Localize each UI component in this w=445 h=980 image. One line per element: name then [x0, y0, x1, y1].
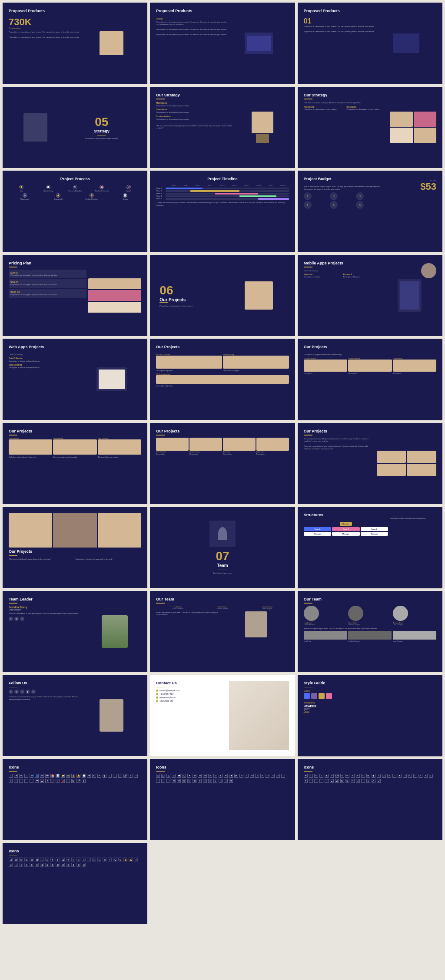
month-label: Week 4 — [204, 185, 216, 187]
social-fb[interactable]: f — [9, 617, 13, 621]
spacer-1 — [150, 843, 295, 924]
month-label: Week 7 — [241, 185, 252, 187]
proj-item-3: Astronomy Description. — [223, 438, 256, 455]
icon-search: ⌕ — [24, 774, 28, 778]
description: Proposition is a description of your con… — [9, 31, 80, 33]
slide-title: Follow Us — [9, 681, 80, 686]
social-icon-yt[interactable]: ▶ — [26, 690, 30, 694]
icon-2-4: ◇ — [172, 774, 176, 778]
dept-box-1: Team A — [304, 527, 331, 531]
slide-title: Mobile Apps Projects — [304, 261, 382, 266]
step-label: Results — [123, 198, 128, 200]
icon-4-13: ♕ — [71, 858, 75, 861]
proj-col-2: #2 Deep Learning Description. — [348, 358, 392, 375]
social-ig[interactable]: ig — [14, 617, 19, 621]
step-label: Product & Strategy — [86, 198, 98, 200]
icon-2-12: ⊙ — [213, 774, 217, 778]
icon-4-24: ✍ — [129, 858, 133, 861]
photo-3 — [98, 513, 141, 548]
icon-3-6: ⏎ — [330, 774, 334, 778]
strategy-image — [23, 113, 47, 142]
social-icon-fb[interactable]: f — [9, 690, 13, 694]
proj-image — [189, 438, 222, 451]
icon-3-29: ⁝ — [319, 779, 323, 783]
step-launch: 🚀 Launch — [116, 185, 142, 192]
proj-item-1: Data Collection — [9, 438, 52, 455]
icon-3-30: ⁞ — [325, 779, 329, 783]
gold-underline — [9, 687, 17, 688]
proj-desc: Description. — [304, 373, 347, 375]
budget-circle-1: $ — [304, 192, 312, 200]
month-label: Week 1 — [168, 185, 179, 187]
social-icon-ig[interactable]: ◎ — [14, 690, 19, 694]
icon-3-22: ▫ — [413, 774, 417, 778]
icon-4-14: ♖ — [76, 858, 80, 861]
icon-2-13: ▲ — [219, 774, 222, 778]
slide-title: Our Projects — [9, 549, 141, 554]
phase-bar — [166, 188, 203, 189]
icon-4-16: ♘ — [87, 858, 91, 861]
image2 — [414, 112, 436, 127]
gold-underline — [156, 771, 165, 772]
proj-img-4 — [407, 464, 436, 476]
stat-number: 730K — [9, 17, 80, 27]
slide-title: Icons — [9, 765, 141, 770]
icon-3-34: ⊒ — [345, 779, 349, 783]
step-icon: 📦 — [90, 193, 94, 198]
bio: There is a description of your team memb… — [9, 612, 86, 615]
proj-col-1: #1 Data Collection Description. — [304, 358, 347, 375]
icon-2-36: ∞ — [208, 779, 212, 783]
icon-4-35: ❂ — [56, 863, 60, 867]
icon-4-31: ✹ — [35, 863, 39, 867]
subtitle: Our Projects — [159, 297, 229, 302]
team-img-1 — [304, 631, 347, 640]
icon-3-26: ▾ — [304, 779, 308, 783]
icon-2-18: ⇧ — [245, 774, 249, 778]
product-image — [100, 31, 123, 55]
slide-title: Structures — [304, 513, 388, 518]
feature-desc: Proposition is a description of your con… — [304, 108, 345, 111]
feature-advertising: Advertising Proposition is a description… — [304, 106, 345, 111]
month-label: Week 5 — [216, 185, 228, 187]
number: 05 — [62, 115, 141, 129]
icon-3-37: ⊤ — [361, 779, 365, 783]
gold-underline — [304, 15, 312, 16]
slide-our-projects-grid2: Our Projects Description of project coll… — [298, 339, 442, 420]
step-research: 🔍 Research & Analysis — [62, 185, 88, 192]
icon-heart: ♥ — [19, 774, 23, 778]
proj-desc: Description. — [348, 373, 392, 375]
proj-item-2: Deep Learning — [53, 438, 96, 455]
icon-3-40: ⋁ — [377, 779, 381, 783]
desc: Meet a description of your team. This ca… — [156, 611, 222, 616]
icon-2-1: ◻ — [156, 774, 160, 778]
phone-screen — [400, 281, 419, 310]
team-photo — [245, 611, 267, 637]
social-icon-pin[interactable]: P — [31, 690, 36, 694]
icon-close: ✗ — [9, 779, 13, 783]
gold-underline — [218, 570, 227, 571]
slide-proposed-products-1: Proposed Products 730K Conversions Propo… — [3, 3, 147, 84]
social-icon-tw[interactable]: t — [20, 690, 24, 694]
spacer-2 — [298, 843, 442, 924]
icon-trash: 🗑 — [103, 774, 106, 778]
icon-3-1: ⌘ — [304, 774, 308, 778]
number: 06 — [159, 284, 229, 297]
slide-icons-4: Icons ⚀ ⚁ ⚂ ⚃ ⚄ ⚅ ♠ ♣ ♥ ♦ ♟ ♔ ♕ ♖ ♗ ♘ ☐ … — [3, 843, 147, 924]
proj-image — [98, 439, 141, 455]
team-img-2 — [348, 631, 392, 640]
icon-3-32: ⊐ — [335, 779, 339, 783]
gold-underline — [304, 519, 312, 520]
contact-image-area — [229, 681, 289, 750]
icon-2-30: ⟳ — [177, 779, 181, 783]
role-box-3: Manager — [361, 532, 389, 536]
slide-our-strategy-1: Our Strategy Motivation Proposition is a… — [150, 87, 295, 168]
description: Proposition is a description of your con… — [159, 305, 229, 307]
slide-our-projects-text: Our Projects The work found in this slid… — [298, 423, 442, 505]
budget-circle-3: $ — [356, 192, 364, 200]
icon-4-29: ✷ — [24, 863, 28, 867]
desc-section: Description of project and approach to t… — [76, 558, 141, 561]
social-tw[interactable]: t — [20, 617, 24, 621]
role-box-2: Manager — [332, 532, 360, 536]
number: 01 — [304, 17, 375, 25]
gold-underline — [304, 603, 312, 604]
